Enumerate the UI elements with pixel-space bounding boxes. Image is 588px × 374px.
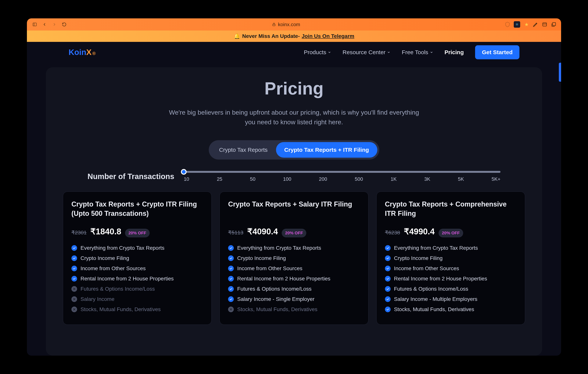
pricing-card: Crypto Tax Reports + Comprehensive ITR F… bbox=[376, 192, 525, 325]
slider-tick[interactable]: 5K bbox=[458, 176, 464, 182]
toggle-reports[interactable]: Crypto Tax Reports bbox=[211, 142, 276, 158]
sidebar-toggle-icon[interactable] bbox=[32, 21, 38, 28]
feature-text: Income from Other Sources bbox=[81, 266, 146, 271]
transaction-slider[interactable]: 1025501002005001K3K5K5K+ bbox=[184, 171, 501, 182]
pencil-icon[interactable] bbox=[533, 21, 538, 27]
feature-item: Rental Income from 2 House Properties bbox=[228, 276, 360, 282]
tabs-icon[interactable] bbox=[551, 21, 556, 27]
scroll-indicator[interactable] bbox=[559, 63, 561, 82]
check-icon bbox=[228, 245, 234, 251]
feature-text: Futures & Options Income/Loss bbox=[81, 286, 155, 292]
nav-resource-center[interactable]: Resource Center bbox=[343, 49, 390, 55]
feature-text: Income from Other Sources bbox=[394, 266, 459, 271]
feature-text: Futures & Options Income/Loss bbox=[394, 286, 468, 292]
feature-text: Rental Income from 2 House Properties bbox=[394, 276, 487, 282]
toggle-reports-itr[interactable]: Crypto Tax Reports + ITR Filing bbox=[276, 142, 377, 158]
share-icon[interactable] bbox=[542, 21, 547, 27]
transaction-slider-row: Number of Transactions 1025501002005001K… bbox=[87, 171, 501, 182]
chevron-down-icon bbox=[328, 51, 331, 54]
logo[interactable]: KoinX® bbox=[69, 48, 96, 57]
feature-item: Crypto Income Filing bbox=[71, 255, 203, 261]
feature-item: Income from Other Sources bbox=[385, 266, 517, 271]
slider-tick[interactable]: 25 bbox=[217, 176, 222, 182]
nav-products[interactable]: Products bbox=[304, 49, 331, 55]
url-text: koinx.com bbox=[278, 21, 300, 27]
slider-tick[interactable]: 200 bbox=[319, 176, 327, 182]
slider-tick[interactable]: 3K bbox=[424, 176, 430, 182]
check-icon bbox=[385, 266, 391, 271]
feature-text: Salary Income - Multiple Employers bbox=[394, 296, 477, 302]
banner-text: Never Miss An Update- bbox=[242, 33, 300, 39]
get-started-button[interactable]: Get Started bbox=[475, 45, 519, 59]
slider-ticks: 1025501002005001K3K5K5K+ bbox=[184, 176, 501, 182]
feature-item: Crypto Income Filing bbox=[385, 255, 517, 261]
pricing-card: Crypto Tax Reports + Crypto ITR Filing (… bbox=[63, 192, 212, 325]
price-new: ₹1840.8 bbox=[90, 227, 121, 236]
price-old: ₹5113 bbox=[228, 229, 243, 236]
check-icon bbox=[385, 245, 391, 251]
slider-tick[interactable]: 50 bbox=[250, 176, 255, 182]
plan-title: Crypto Tax Reports + Crypto ITR Filing (… bbox=[71, 200, 203, 218]
react-devtools-icon[interactable]: ⚛ bbox=[514, 21, 520, 28]
slider-track bbox=[184, 171, 501, 173]
address-bar[interactable]: koinx.com bbox=[71, 21, 501, 27]
feature-item: Stocks, Mutual Funds, Derivatives bbox=[228, 306, 360, 312]
price-row: ₹2301₹1840.820% OFF bbox=[71, 227, 203, 237]
x-icon bbox=[71, 286, 77, 292]
nav-pricing[interactable]: Pricing bbox=[445, 49, 464, 55]
check-icon bbox=[385, 307, 391, 312]
pricing-cards: Crypto Tax Reports + Crypto ITR Filing (… bbox=[63, 192, 525, 325]
slider-label: Number of Transactions bbox=[87, 172, 174, 181]
page-subtitle: We're big believers in being upfront abo… bbox=[167, 108, 421, 127]
shield-icon[interactable] bbox=[505, 21, 510, 27]
feature-item: Salary Income - Single Employer bbox=[228, 296, 360, 302]
svg-rect-2 bbox=[273, 24, 275, 26]
nav-pricing-label: Pricing bbox=[445, 49, 464, 55]
announcement-banner: 🔔 Never Miss An Update- Join Us On Teleg… bbox=[27, 31, 561, 42]
feature-text: Income from Other Sources bbox=[237, 266, 302, 271]
discount-badge: 20% OFF bbox=[282, 229, 306, 237]
star-icon[interactable]: ★ bbox=[524, 21, 529, 27]
price-old: ₹6238 bbox=[385, 229, 400, 236]
feature-text: Crypto Income Filing bbox=[237, 255, 286, 261]
pricing-panel: Pricing We're big believers in being upf… bbox=[46, 67, 542, 356]
feature-item: Salary Income - Multiple Employers bbox=[385, 296, 517, 302]
price-row: ₹6238₹4990.420% OFF bbox=[385, 227, 517, 237]
slider-tick[interactable]: 1K bbox=[391, 176, 397, 182]
check-icon bbox=[71, 245, 77, 251]
banner-link[interactable]: Join Us On Telegarm bbox=[302, 33, 354, 39]
check-icon bbox=[228, 266, 234, 271]
feature-item: Futures & Options Income/Loss bbox=[71, 286, 203, 292]
slider-tick[interactable]: 500 bbox=[355, 176, 363, 182]
check-icon bbox=[71, 276, 77, 282]
main-content: Pricing We're big believers in being upf… bbox=[27, 63, 561, 356]
x-icon bbox=[71, 296, 77, 302]
feature-text: Stocks, Mutual Funds, Derivatives bbox=[394, 306, 474, 312]
chevron-down-icon bbox=[430, 51, 433, 54]
feature-item: Stocks, Mutual Funds, Derivatives bbox=[71, 306, 203, 312]
feature-item: Futures & Options Income/Loss bbox=[228, 286, 360, 292]
forward-icon bbox=[51, 21, 58, 28]
slider-tick[interactable]: 10 bbox=[184, 176, 189, 182]
slider-tick[interactable]: 5K+ bbox=[492, 176, 501, 182]
plan-type-toggle: Crypto Tax Reports Crypto Tax Reports + … bbox=[209, 140, 379, 160]
feature-text: Rental Income from 2 House Properties bbox=[81, 276, 174, 282]
feature-text: Salary Income - Single Employer bbox=[237, 296, 315, 302]
nav-free-tools[interactable]: Free Tools bbox=[402, 49, 433, 55]
feature-text: Everything from Crypto Tax Reports bbox=[81, 245, 164, 251]
check-icon bbox=[71, 255, 77, 261]
discount-badge: 20% OFF bbox=[439, 229, 463, 237]
slider-tick[interactable]: 100 bbox=[283, 176, 291, 182]
feature-item: Income from Other Sources bbox=[71, 266, 203, 271]
nav-resource-label: Resource Center bbox=[343, 49, 386, 55]
slider-thumb[interactable] bbox=[181, 169, 187, 175]
reload-icon[interactable] bbox=[61, 21, 67, 28]
feature-item: Crypto Income Filing bbox=[228, 255, 360, 261]
logo-part2: X bbox=[86, 48, 92, 57]
feature-text: Rental Income from 2 House Properties bbox=[237, 276, 330, 282]
check-icon bbox=[385, 276, 391, 282]
feature-text: Crypto Income Filing bbox=[394, 255, 443, 261]
back-icon[interactable] bbox=[41, 21, 48, 28]
feature-text: Salary Income bbox=[81, 296, 115, 302]
feature-item: Stocks, Mutual Funds, Derivatives bbox=[385, 306, 517, 312]
